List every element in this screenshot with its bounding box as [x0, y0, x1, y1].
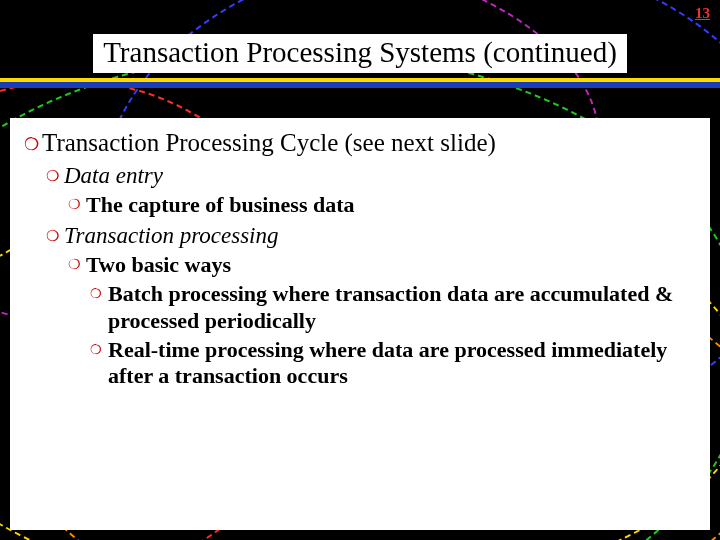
title-wrap: Transaction Processing Systems (continue… — [0, 34, 720, 73]
bullet-icon: ❍ — [68, 252, 86, 274]
slide: 13 Transaction Processing Systems (conti… — [0, 0, 720, 540]
heading-text: Transaction Processing Cycle (see next s… — [42, 128, 692, 158]
bullet-icon: ❍ — [46, 222, 64, 245]
bullet-text: Transaction processing — [64, 222, 692, 250]
bullet-realtime: ❍ Real-time processing where data are pr… — [90, 337, 692, 391]
bullet-data-entry-sub: ❍ The capture of business data — [68, 192, 692, 219]
bullet-icon: ❍ — [24, 128, 42, 155]
title-underline — [0, 78, 720, 88]
bullet-icon: ❍ — [68, 192, 86, 214]
bullet-text: Real-time processing where data are proc… — [108, 337, 692, 391]
bullet-heading: ❍ Transaction Processing Cycle (see next… — [24, 128, 692, 158]
bullet-text: Data entry — [64, 162, 692, 190]
underline-blue — [0, 82, 720, 88]
bullet-data-entry: ❍ Data entry — [46, 162, 692, 190]
slide-number: 13 — [695, 5, 710, 22]
slide-title: Transaction Processing Systems (continue… — [93, 34, 627, 73]
content-area: ❍ Transaction Processing Cycle (see next… — [10, 118, 710, 530]
top-bar: 13 — [0, 0, 720, 24]
bullet-text: Batch processing where transaction data … — [108, 281, 692, 335]
bullet-icon: ❍ — [90, 337, 108, 358]
bullet-batch: ❍ Batch processing where transaction dat… — [90, 281, 692, 335]
bullet-text: The capture of business data — [86, 192, 692, 219]
bullet-tx-processing: ❍ Transaction processing — [46, 222, 692, 250]
bullet-icon: ❍ — [90, 281, 108, 302]
bullet-icon: ❍ — [46, 162, 64, 185]
bullet-two-ways: ❍ Two basic ways — [68, 252, 692, 279]
bullet-text: Two basic ways — [86, 252, 692, 279]
